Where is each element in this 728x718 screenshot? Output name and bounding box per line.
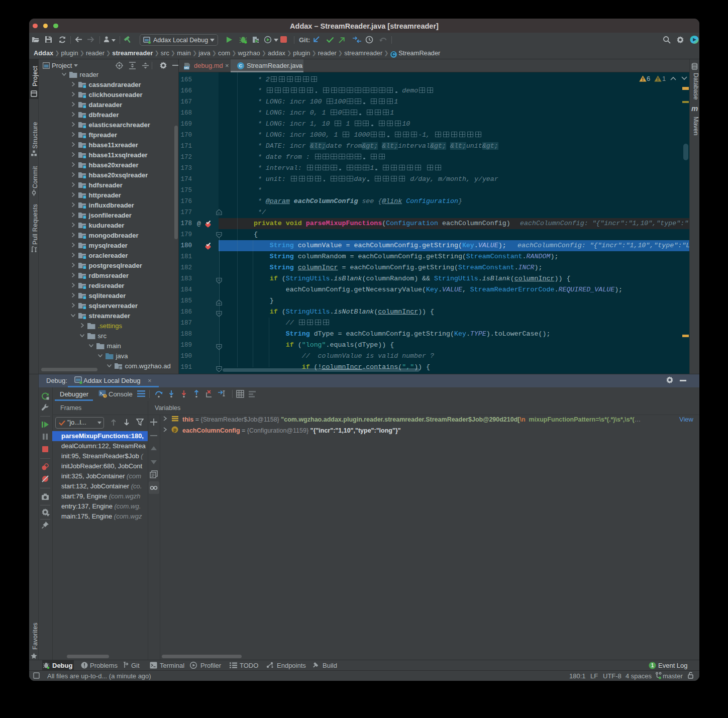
svg-text:MD: MD [184, 66, 189, 69]
svg-text:C: C [239, 63, 243, 68]
svg-text:1: 1 [651, 663, 654, 668]
svg-text:p: p [173, 427, 176, 433]
